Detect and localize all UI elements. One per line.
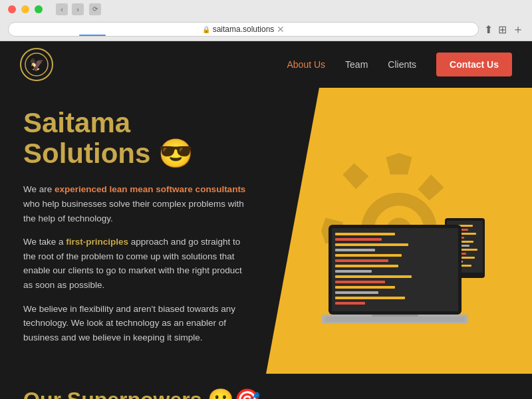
hero-title: Saitama Solutions 😎 bbox=[23, 108, 246, 169]
reload-button[interactable]: ⟳ bbox=[89, 3, 101, 15]
clear-url-button[interactable]: ✕ bbox=[277, 24, 285, 35]
para1-suffix: who help businesses solve their complex … bbox=[23, 199, 244, 223]
svg-rect-23 bbox=[335, 254, 402, 257]
hero-para-3: We believe in flexibility and aren't bia… bbox=[23, 302, 246, 345]
para2-prefix: We take a bbox=[23, 237, 66, 247]
nav-about-us[interactable]: About Us bbox=[287, 59, 325, 70]
hero-section: Saitama Solutions 😎 We are experienced l… bbox=[0, 88, 532, 374]
logo-icon: 🦅 bbox=[25, 53, 49, 76]
browser-toolbar: saitama.solutions ✕ ⬆ ⊞ ＋ bbox=[0, 19, 532, 41]
svg-rect-25 bbox=[335, 265, 398, 267]
loading-progress bbox=[79, 35, 106, 36]
forward-button[interactable]: › bbox=[72, 3, 84, 15]
svg-rect-21 bbox=[335, 243, 408, 246]
browser-titlebar: ‹ › ⟳ bbox=[0, 0, 532, 19]
toolbar-icons: ⬆ ⊞ ＋ bbox=[484, 21, 524, 37]
add-tab-icon[interactable]: ＋ bbox=[512, 21, 524, 37]
para1-prefix: We are bbox=[23, 184, 55, 194]
para2-highlight: first-principles bbox=[66, 237, 128, 247]
svg-rect-29 bbox=[335, 286, 395, 289]
share-icon[interactable]: ⬆ bbox=[484, 23, 493, 36]
svg-rect-28 bbox=[335, 281, 385, 283]
superpowers-title: Our Superpowers 😀🎯 bbox=[23, 387, 509, 399]
nav-clients[interactable]: Clients bbox=[388, 59, 416, 70]
svg-rect-24 bbox=[335, 259, 388, 262]
svg-rect-32 bbox=[335, 302, 365, 305]
svg-rect-35 bbox=[325, 317, 465, 322]
url-text: saitama.solutions bbox=[213, 25, 275, 34]
address-bar[interactable]: saitama.solutions ✕ bbox=[8, 22, 479, 37]
svg-rect-30 bbox=[335, 291, 378, 294]
superpowers-section: Our Superpowers 😀🎯 bbox=[0, 374, 532, 399]
hero-visual-right bbox=[266, 88, 532, 374]
minimize-window-button[interactable] bbox=[21, 5, 29, 13]
hero-content-left: Saitama Solutions 😎 We are experienced l… bbox=[0, 88, 266, 374]
para1-highlight: experienced lean mean software consultan… bbox=[55, 184, 245, 194]
svg-rect-31 bbox=[335, 297, 405, 299]
close-window-button[interactable] bbox=[8, 5, 16, 13]
svg-text:🦅: 🦅 bbox=[29, 57, 45, 72]
nav-links: About Us Team Clients Contact Us bbox=[287, 53, 512, 76]
laptop-illustration bbox=[315, 211, 501, 360]
hero-para-2: We take a first-principles approach and … bbox=[23, 235, 246, 292]
browser-nav: ‹ › bbox=[56, 3, 84, 15]
contact-us-button[interactable]: Contact Us bbox=[436, 53, 512, 76]
svg-rect-20 bbox=[335, 238, 382, 241]
maximize-window-button[interactable] bbox=[35, 5, 43, 13]
svg-rect-27 bbox=[335, 275, 412, 278]
browser-chrome: ‹ › ⟳ saitama.solutions ✕ ⬆ ⊞ ＋ bbox=[0, 0, 532, 41]
svg-rect-22 bbox=[335, 249, 375, 251]
new-tab-icon[interactable]: ⊞ bbox=[498, 23, 507, 36]
svg-rect-19 bbox=[335, 233, 395, 235]
logo: 🦅 bbox=[20, 48, 53, 81]
hero-para-1: We are experienced lean mean software co… bbox=[23, 182, 246, 225]
navbar: 🦅 About Us Team Clients Contact Us bbox=[0, 41, 532, 88]
website-content: 🦅 About Us Team Clients Contact Us Saita… bbox=[0, 41, 532, 399]
nav-team[interactable]: Team bbox=[345, 59, 368, 70]
back-button[interactable]: ‹ bbox=[56, 3, 68, 15]
svg-rect-26 bbox=[335, 270, 372, 273]
